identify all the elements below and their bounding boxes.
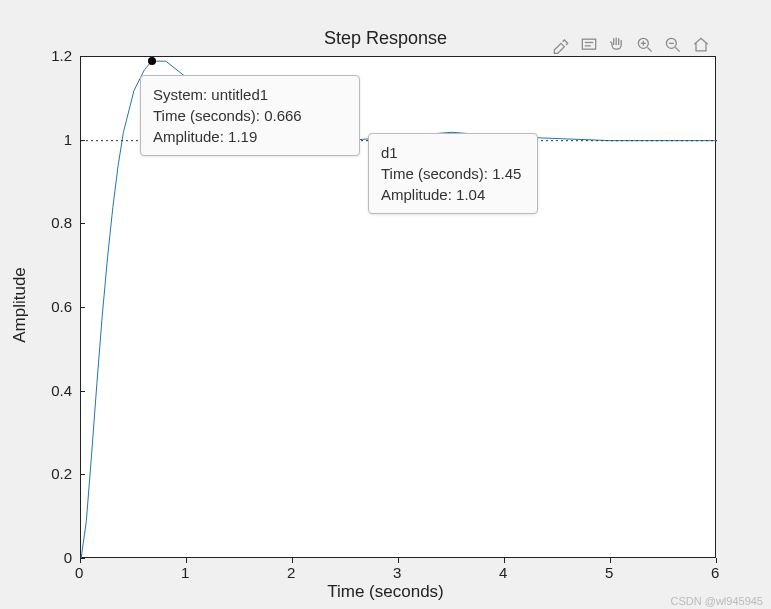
zoom-out-icon[interactable] — [661, 33, 685, 57]
x-tick-label: 1 — [181, 564, 189, 581]
datatip-line: Time (seconds): 1.45 — [381, 163, 525, 184]
x-axis-label: Time (seconds) — [0, 582, 771, 602]
x-tick — [398, 558, 399, 563]
x-tick — [186, 558, 187, 563]
x-tick-label: 4 — [499, 564, 507, 581]
y-tick — [80, 223, 85, 224]
figure: Step Response 0123456 00.20.40.60.811.2 … — [0, 0, 771, 609]
x-tick — [504, 558, 505, 563]
svg-line-4 — [648, 48, 652, 52]
x-tick — [610, 558, 611, 563]
y-tick-label: 1.2 — [51, 47, 72, 64]
peak-marker[interactable] — [148, 57, 156, 65]
y-tick-label: 0.8 — [51, 214, 72, 231]
y-tick — [80, 474, 85, 475]
brush-icon[interactable] — [549, 33, 573, 57]
x-tick-label: 0 — [75, 564, 83, 581]
x-tick — [716, 558, 717, 563]
datatip-second[interactable]: d1 Time (seconds): 1.45 Amplitude: 1.04 — [368, 133, 538, 214]
watermark: CSDN @wl945945 — [671, 595, 764, 607]
y-tick-label: 0.6 — [51, 298, 72, 315]
zoom-in-icon[interactable] — [633, 33, 657, 57]
y-tick-label: 1 — [64, 131, 72, 148]
y-tick — [80, 307, 85, 308]
svg-line-8 — [676, 48, 680, 52]
y-tick-label: 0.4 — [51, 382, 72, 399]
y-tick-label: 0.2 — [51, 465, 72, 482]
datatip-line: System: untitled1 — [153, 84, 347, 105]
y-tick — [80, 140, 85, 141]
x-tick-label: 5 — [605, 564, 613, 581]
datatip-icon[interactable] — [577, 33, 601, 57]
datatip-line: Amplitude: 1.04 — [381, 184, 525, 205]
datatip-line: Amplitude: 1.19 — [153, 126, 347, 147]
x-tick-label: 2 — [287, 564, 295, 581]
datatip-peak[interactable]: System: untitled1 Time (seconds): 0.666 … — [140, 75, 360, 156]
y-tick — [80, 56, 85, 57]
x-tick — [292, 558, 293, 563]
x-tick-label: 3 — [393, 564, 401, 581]
x-tick-label: 6 — [711, 564, 719, 581]
datatip-line: Time (seconds): 0.666 — [153, 105, 347, 126]
home-icon[interactable] — [689, 33, 713, 57]
y-tick-label: 0 — [64, 549, 72, 566]
y-axis-label: Amplitude — [10, 0, 30, 609]
figure-toolbar — [549, 33, 713, 57]
y-tick — [80, 391, 85, 392]
datatip-line: d1 — [381, 142, 525, 163]
pan-icon[interactable] — [605, 33, 629, 57]
y-tick — [80, 558, 85, 559]
svg-rect-0 — [582, 39, 595, 49]
